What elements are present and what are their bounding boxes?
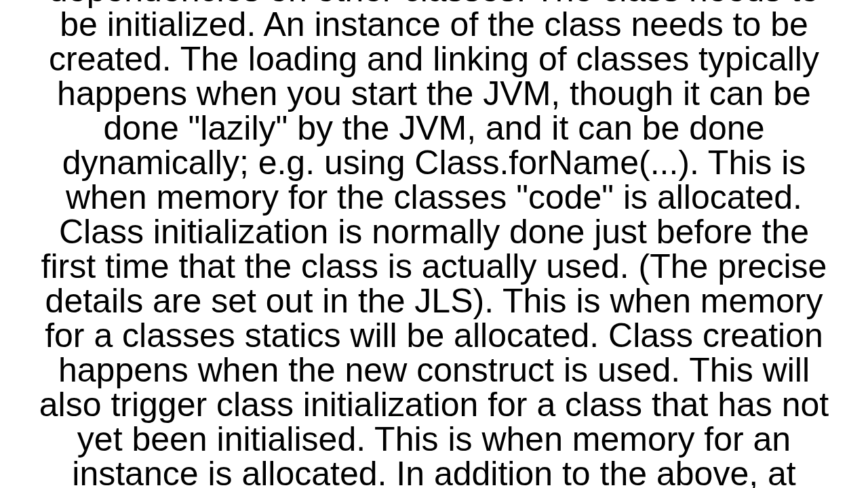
document-body-text: dependencies on other classes. The class… [0, 0, 868, 488]
